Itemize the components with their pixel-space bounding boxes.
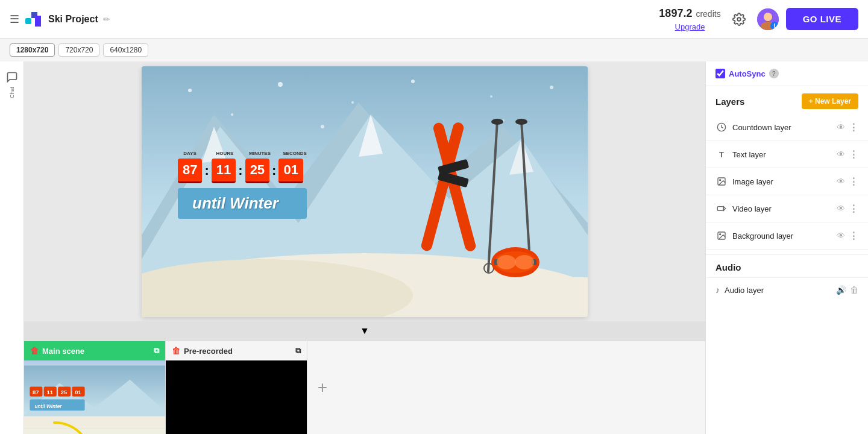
- edit-icon[interactable]: ✏: [103, 14, 110, 24]
- new-layer-button[interactable]: + New Layer: [802, 93, 858, 109]
- video-layer-item[interactable]: Video layer 👁 ⋮: [706, 195, 868, 222]
- prerecorded-preview: [166, 360, 307, 434]
- seconds-value: 01: [278, 159, 303, 183]
- add-scene-button[interactable]: +: [307, 341, 338, 434]
- sep3: :: [272, 163, 276, 178]
- main-scene-item: 🗑 Main scene ⧉: [24, 341, 166, 434]
- chat-label: Chat: [9, 87, 15, 98]
- image-layer-item[interactable]: Image layer 👁 ⋮: [706, 168, 868, 195]
- svg-point-3: [737, 17, 741, 21]
- autosync-help-icon[interactable]: ?: [769, 69, 779, 78]
- svg-text:87: 87: [33, 389, 39, 395]
- background-icon: [717, 231, 726, 241]
- audio-volume-icon[interactable]: 🔊: [836, 285, 846, 295]
- countdown-layer-more[interactable]: ⋮: [849, 122, 858, 133]
- svg-point-12: [411, 80, 415, 83]
- svg-rect-0: [25, 18, 31, 24]
- scene-bar: 🗑 Main scene ⧉: [24, 341, 705, 434]
- image-layer-more[interactable]: ⋮: [849, 176, 858, 187]
- autosync-checkbox[interactable]: [715, 69, 725, 78]
- canvas-frame: DAYS HOURS MINUTES SECONDS 87 : 11 : 25 …: [142, 66, 588, 317]
- countdown-layer-icon: [715, 121, 728, 133]
- text-layer-eye[interactable]: 👁: [837, 149, 845, 159]
- audio-layer-item[interactable]: ♪ Audio layer 🔊 🗑: [706, 277, 868, 302]
- countdown-icon: [717, 122, 726, 132]
- svg-point-32: [491, 119, 503, 125]
- layers-header: Layers + New Layer: [706, 86, 868, 114]
- main-scene-name: Main scene: [42, 347, 84, 356]
- project-name: Ski Project: [48, 14, 98, 25]
- text-layer-name: Text layer: [732, 150, 832, 159]
- prerecorded-name: Pre-recorded: [184, 347, 233, 356]
- autosync-row: AutoSync ?: [706, 61, 868, 86]
- countdown-digits: 87 : 11 : 25 : 01: [178, 159, 307, 183]
- countdown-layer-item[interactable]: Countdown layer 👁 ⋮: [706, 114, 868, 141]
- svg-line-30: [488, 121, 497, 271]
- autosync-label: AutoSync: [729, 69, 766, 78]
- svg-point-16: [321, 125, 324, 128]
- prerecorded-trash-icon[interactable]: 🗑: [172, 346, 180, 356]
- svg-point-65: [720, 234, 721, 235]
- svg-point-10: [278, 82, 283, 87]
- text-layer-item[interactable]: T Text layer 👁 ⋮: [706, 141, 868, 168]
- gear-icon: [732, 13, 746, 26]
- audio-delete-icon[interactable]: 🗑: [850, 285, 858, 295]
- collapse-icon: ▼: [360, 326, 370, 336]
- main-scene-thumb[interactable]: 87 11 25 01 until Winter: [24, 360, 165, 434]
- video-layer-name: Video layer: [732, 204, 832, 213]
- minutes-label: MINUTES: [248, 151, 272, 156]
- countdown-widget: DAYS HOURS MINUTES SECONDS 87 : 11 : 25 …: [178, 151, 307, 219]
- text-layer-more[interactable]: ⋮: [849, 149, 858, 160]
- main-scene-copy-icon[interactable]: ⧉: [154, 346, 159, 356]
- background-layer-more[interactable]: ⋮: [849, 230, 858, 242]
- image-layer-eye[interactable]: 👁: [837, 177, 845, 186]
- menu-icon[interactable]: ☰: [10, 13, 19, 26]
- svg-point-40: [497, 255, 516, 269]
- video-layer-eye[interactable]: 👁: [837, 204, 845, 213]
- main-scene-trash-icon[interactable]: 🗑: [30, 346, 39, 356]
- minutes-value: 25: [245, 159, 269, 183]
- video-layer-actions: 👁 ⋮: [837, 203, 858, 215]
- gear-button[interactable]: [728, 8, 750, 30]
- svg-rect-44: [24, 417, 165, 429]
- prerecorded-thumb[interactable]: [166, 360, 307, 434]
- background-layer-eye[interactable]: 👁: [837, 231, 845, 241]
- canvas-collapse-button[interactable]: ▼: [24, 321, 705, 341]
- svg-point-14: [550, 86, 553, 89]
- main-layout: Chat: [0, 61, 868, 434]
- countdown-layer-actions: 👁 ⋮: [837, 122, 858, 133]
- header-right: f GO LIVE: [728, 8, 858, 30]
- svg-text:25: 25: [61, 389, 67, 395]
- res-pill-720[interactable]: 720x720: [58, 43, 99, 57]
- prerecorded-copy-icon[interactable]: ⧉: [295, 346, 301, 356]
- days-label: DAYS: [178, 151, 202, 156]
- canvas-area: DAYS HOURS MINUTES SECONDS 87 : 11 : 25 …: [24, 61, 705, 434]
- svg-text:01: 01: [75, 389, 81, 395]
- header: ☰ Ski Project ✏ 1897.2 credits Upgrade: [0, 0, 868, 39]
- text-icon: T: [719, 150, 724, 159]
- chat-icon: [6, 71, 18, 83]
- mini-canvas-svg: 87 11 25 01 until Winter: [24, 360, 165, 434]
- prerecorded-header[interactable]: 🗑 Pre-recorded ⧉: [166, 341, 307, 360]
- background-layer-actions: 👁 ⋮: [837, 230, 858, 242]
- countdown-layer-eye[interactable]: 👁: [837, 122, 845, 132]
- avatar[interactable]: f: [757, 8, 779, 30]
- svg-text:11: 11: [46, 389, 52, 395]
- header-left: ☰ Ski Project ✏: [10, 10, 652, 29]
- go-live-button[interactable]: GO LIVE: [786, 8, 858, 30]
- main-scene-header-left: 🗑 Main scene: [30, 346, 84, 356]
- svg-point-33: [515, 119, 527, 125]
- svg-point-13: [490, 95, 492, 98]
- sep1: :: [204, 163, 209, 178]
- audio-header: Audio: [706, 255, 868, 277]
- add-scene-icon: +: [318, 378, 327, 397]
- res-pill-640[interactable]: 640x1280: [103, 43, 148, 57]
- video-layer-more[interactable]: ⋮: [849, 203, 858, 215]
- main-scene-header[interactable]: 🗑 Main scene ⧉: [24, 341, 165, 360]
- upgrade-link[interactable]: Upgrade: [675, 22, 705, 31]
- background-layer-item[interactable]: Background layer 👁 ⋮: [706, 222, 868, 250]
- res-pill-1280[interactable]: 1280x720: [10, 43, 55, 57]
- chat-sidebar-item[interactable]: Chat: [6, 71, 18, 98]
- svg-marker-63: [723, 207, 725, 211]
- layer-list: Countdown layer 👁 ⋮ T Text layer 👁 ⋮: [706, 114, 868, 250]
